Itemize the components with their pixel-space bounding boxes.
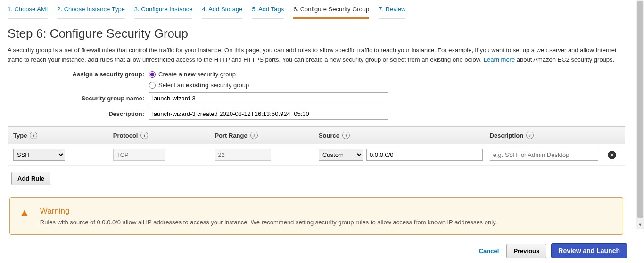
info-icon[interactable]: i: [140, 132, 148, 139]
warning-title: Warning: [40, 206, 497, 216]
rule-source-input[interactable]: [366, 149, 483, 161]
tab-configure-instance[interactable]: 3. Configure Instance: [134, 6, 193, 19]
rules-table: Typei Protocoli Port Rangei Sourcei Desc…: [8, 126, 625, 166]
info-icon[interactable]: i: [342, 132, 350, 139]
info-icon[interactable]: i: [250, 132, 258, 139]
sg-desc-input[interactable]: [149, 108, 388, 120]
radio-create-new-label: Create a new security group: [158, 71, 236, 78]
add-rule-button[interactable]: Add Rule: [11, 172, 50, 185]
rule-protocol: TCP: [113, 149, 165, 161]
scrollbar[interactable]: ▼: [636, 0, 644, 229]
th-port: Port Range: [215, 132, 247, 139]
rule-source-select[interactable]: Custom: [319, 149, 363, 161]
tab-configure-security-group[interactable]: 6. Configure Security Group: [293, 6, 369, 19]
page-title: Step 6: Configure Security Group: [8, 26, 625, 41]
scrollbar-thumb[interactable]: [637, 1, 643, 218]
th-source: Source: [319, 132, 339, 139]
cancel-link[interactable]: Cancel: [479, 247, 499, 255]
tab-choose-ami[interactable]: 1. Choose AMI: [8, 6, 48, 19]
tab-add-storage[interactable]: 4. Add Storage: [202, 6, 242, 19]
th-type: Type: [13, 132, 27, 139]
previous-button[interactable]: Previous: [506, 244, 546, 258]
table-row: SSH TCP 22 Custom ✕: [8, 144, 625, 166]
info-icon[interactable]: i: [526, 132, 534, 139]
rule-type-select[interactable]: SSH: [13, 149, 65, 161]
radio-select-existing-label: Select an existing security group: [158, 82, 249, 89]
warning-icon: ▲: [19, 206, 30, 226]
tab-add-tags[interactable]: 5. Add Tags: [252, 6, 284, 19]
radio-select-existing[interactable]: [149, 82, 156, 89]
scrollbar-down-icon[interactable]: ▼: [636, 221, 644, 229]
wizard-tabs: 1. Choose AMI 2. Choose Instance Type 3.…: [0, 0, 633, 19]
footer-bar: Cancel Previous Review and Launch: [0, 238, 635, 263]
rule-port: 22: [215, 149, 271, 161]
delete-rule-icon[interactable]: ✕: [608, 151, 616, 159]
page-description: A security group is a set of firewall ru…: [8, 46, 625, 64]
radio-create-new[interactable]: [149, 71, 156, 78]
tab-choose-instance-type[interactable]: 2. Choose Instance Type: [57, 6, 125, 19]
sg-name-label: Security group name:: [8, 95, 149, 102]
th-desc: Description: [490, 132, 524, 139]
rule-desc-input[interactable]: [490, 149, 598, 161]
info-icon[interactable]: i: [30, 132, 37, 139]
th-protocol: Protocol: [113, 132, 138, 139]
assign-sg-label: Assign a security group:: [8, 71, 149, 78]
tab-review[interactable]: 7. Review: [379, 6, 405, 19]
learn-more-link[interactable]: Learn more: [484, 56, 515, 63]
sg-name-input[interactable]: [149, 92, 388, 104]
sg-desc-label: Description:: [8, 110, 149, 117]
review-launch-button[interactable]: Review and Launch: [551, 243, 627, 258]
warning-box: ▲ Warning Rules with source of 0.0.0.0/0…: [9, 197, 623, 235]
warning-text: Rules with source of 0.0.0.0/0 allow all…: [40, 219, 497, 226]
